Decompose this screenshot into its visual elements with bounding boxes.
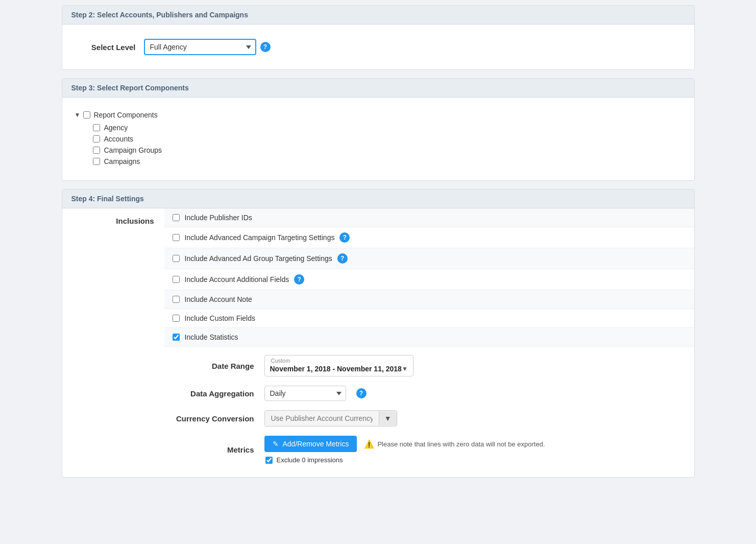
aggregation-select[interactable]: Daily Weekly Monthly [264, 386, 346, 401]
include-account-note-label[interactable]: Include Account Note [185, 295, 252, 303]
step4-header: Step 4: Final Settings [62, 190, 694, 208]
metrics-btn-icon: ✎ [273, 440, 279, 448]
currency-control: ▼ [264, 410, 397, 427]
inclusion-custom-fields: Include Custom Fields [164, 309, 694, 328]
step2-section: Step 2: Select Accounts, Publishers and … [62, 5, 695, 70]
inclusions-label: Inclusions [62, 208, 164, 477]
agency-label[interactable]: Agency [104, 124, 128, 132]
include-account-additional-checkbox[interactable] [173, 276, 180, 283]
step2-header: Step 2: Select Accounts, Publishers and … [62, 6, 694, 25]
tree-root: ▼ Report Components [75, 111, 682, 119]
date-range-row: Date Range Custom November 1, 2018 - Nov… [173, 355, 694, 376]
include-advanced-adgroup-label[interactable]: Include Advanced Ad Group Targeting Sett… [185, 254, 332, 263]
tree-toggle[interactable]: ▼ [75, 111, 81, 119]
report-components-label[interactable]: Report Components [93, 111, 157, 119]
step3-header: Step 3: Select Report Components [62, 79, 694, 98]
aggregation-help-icon[interactable]: ? [356, 388, 367, 398]
campaigns-label[interactable]: Campaigns [104, 157, 140, 165]
include-statistics-label[interactable]: Include Statistics [185, 333, 238, 341]
exclude-zero-checkbox[interactable] [265, 457, 273, 464]
select-level-row: Select Level Full Agency Account Campaig… [75, 34, 682, 60]
inclusion-statistics: Include Statistics [164, 328, 694, 347]
report-components-checkbox[interactable] [83, 111, 90, 119]
agency-checkbox[interactable] [93, 124, 100, 131]
select-level-label: Select Level [75, 43, 136, 52]
include-custom-fields-checkbox[interactable] [173, 315, 180, 322]
campaign-groups-label[interactable]: Campaign Groups [104, 146, 162, 154]
add-remove-metrics-label: Add/Remove Metrics [283, 440, 349, 448]
include-advanced-campaign-checkbox[interactable] [173, 234, 180, 241]
select-level-help-icon[interactable]: ? [260, 42, 271, 52]
metrics-label: Metrics [173, 445, 254, 454]
advanced-adgroup-help-icon[interactable]: ? [337, 253, 348, 264]
inclusion-advanced-campaign: Include Advanced Campaign Targeting Sett… [164, 227, 694, 248]
currency-dropdown-btn[interactable]: ▼ [379, 411, 397, 425]
tree-item-accounts: Accounts [93, 133, 682, 145]
level-select[interactable]: Full Agency Account Campaign Group Campa… [144, 39, 256, 55]
inclusion-advanced-adgroup: Include Advanced Ad Group Targeting Sett… [164, 248, 694, 269]
include-publisher-ids-checkbox[interactable] [173, 214, 180, 221]
inclusion-account-additional: Include Account Additional Fields ? [164, 269, 694, 290]
exclude-zero-label[interactable]: Exclude 0 impressions [277, 456, 343, 464]
metrics-row: Metrics ✎ Add/Remove Metrics ⚠️ [173, 436, 694, 464]
report-components-tree: ▼ Report Components Agency Accounts [75, 107, 682, 171]
inclusion-account-note: Include Account Note [164, 290, 694, 309]
include-advanced-adgroup-checkbox[interactable] [173, 255, 180, 262]
data-aggregation-label: Data Aggregation [173, 389, 254, 398]
tree-item-campaigns: Campaigns [93, 156, 682, 167]
include-advanced-campaign-label[interactable]: Include Advanced Campaign Targeting Sett… [185, 233, 335, 242]
step3-section: Step 3: Select Report Components ▼ Repor… [62, 78, 695, 181]
statistics-settings-block: Date Range Custom November 1, 2018 - Nov… [164, 347, 694, 477]
include-custom-fields-label[interactable]: Include Custom Fields [185, 314, 256, 322]
accounts-label[interactable]: Accounts [104, 135, 134, 143]
tree-item-agency: Agency [93, 122, 682, 133]
date-range-control[interactable]: Custom November 1, 2018 - November 11, 2… [264, 355, 413, 376]
date-range-type: Custom [265, 356, 413, 364]
warning-note: ⚠️ Please note that lines with zero data… [364, 439, 545, 449]
inclusions-row: Inclusions Include Publisher IDs Include… [62, 208, 694, 477]
metrics-actions-row: ✎ Add/Remove Metrics ⚠️ Please note that… [264, 436, 545, 452]
include-publisher-ids-label[interactable]: Include Publisher IDs [185, 214, 252, 222]
exclude-zero-row: Exclude 0 impressions [264, 456, 545, 464]
currency-input[interactable] [265, 411, 379, 426]
select-level-control: Full Agency Account Campaign Group Campa… [144, 39, 271, 55]
include-account-note-checkbox[interactable] [173, 296, 180, 303]
step4-section: Step 4: Final Settings Inclusions Includ… [62, 189, 695, 478]
include-account-additional-label[interactable]: Include Account Additional Fields [185, 275, 289, 283]
inclusions-table: Inclusions Include Publisher IDs Include… [62, 208, 694, 477]
data-aggregation-row: Data Aggregation Daily Weekly Monthly ? [173, 386, 694, 401]
date-range-bottom: November 1, 2018 - November 11, 2018 ▼ [265, 364, 413, 376]
date-range-label: Date Range [173, 362, 254, 370]
currency-conversion-label: Currency Conversion [173, 414, 254, 423]
include-statistics-checkbox[interactable] [173, 334, 180, 341]
advanced-campaign-help-icon[interactable]: ? [339, 232, 350, 243]
warning-icon: ⚠️ [364, 439, 374, 449]
campaign-groups-checkbox[interactable] [93, 147, 100, 154]
accounts-checkbox[interactable] [93, 135, 100, 143]
warning-text: Please note that lines with zero data wi… [377, 440, 545, 448]
inclusions-items: Include Publisher IDs Include Advanced C… [164, 208, 694, 477]
date-range-value: November 1, 2018 - November 11, 2018 [270, 365, 402, 373]
inclusion-publisher-ids: Include Publisher IDs [164, 208, 694, 227]
campaigns-checkbox[interactable] [93, 158, 100, 165]
add-remove-metrics-button[interactable]: ✎ Add/Remove Metrics [264, 436, 357, 452]
metrics-controls: ✎ Add/Remove Metrics ⚠️ Please note that… [264, 436, 545, 464]
tree-item-campaign-groups: Campaign Groups [93, 145, 682, 156]
currency-conversion-row: Currency Conversion ▼ [173, 410, 694, 427]
date-range-dropdown-icon: ▼ [402, 365, 408, 372]
account-additional-help-icon[interactable]: ? [294, 274, 304, 285]
tree-children: Agency Accounts Campaign Groups Campaign… [93, 122, 682, 167]
